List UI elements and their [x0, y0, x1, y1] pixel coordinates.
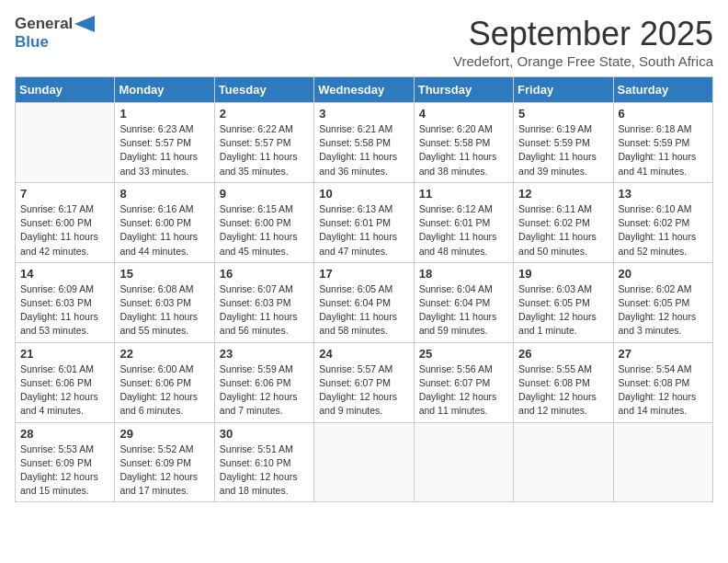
day-of-week-header: Saturday	[613, 77, 712, 103]
day-info: Sunrise: 5:51 AM Sunset: 6:10 PM Dayligh…	[220, 442, 309, 499]
day-number: 6	[619, 107, 708, 121]
calendar-cell: 29Sunrise: 5:52 AM Sunset: 6:09 PM Dayli…	[115, 422, 214, 502]
day-info: Sunrise: 6:05 AM Sunset: 6:04 PM Dayligh…	[319, 282, 408, 339]
day-info: Sunrise: 5:54 AM Sunset: 6:08 PM Dayligh…	[619, 362, 708, 419]
calendar-cell	[314, 422, 414, 502]
day-info: Sunrise: 5:59 AM Sunset: 6:06 PM Dayligh…	[220, 362, 309, 419]
calendar-header-row: SundayMondayTuesdayWednesdayThursdayFrid…	[16, 77, 713, 103]
day-number: 1	[119, 107, 209, 121]
title-block: September 2025 Vredefort, Orange Free St…	[453, 15, 713, 69]
calendar-cell	[514, 422, 613, 502]
calendar-cell: 15Sunrise: 6:08 AM Sunset: 6:03 PM Dayli…	[115, 262, 214, 342]
day-info: Sunrise: 5:52 AM Sunset: 6:09 PM Dayligh…	[119, 442, 209, 499]
calendar-week-row: 21Sunrise: 6:01 AM Sunset: 6:06 PM Dayli…	[16, 342, 713, 422]
calendar-cell: 12Sunrise: 6:11 AM Sunset: 6:02 PM Dayli…	[514, 182, 613, 262]
logo-blue-text: Blue	[15, 33, 49, 51]
day-info: Sunrise: 6:18 AM Sunset: 5:59 PM Dayligh…	[619, 122, 708, 178]
calendar-week-row: 1Sunrise: 6:23 AM Sunset: 5:57 PM Daylig…	[16, 103, 713, 183]
day-number: 16	[220, 267, 309, 281]
day-info: Sunrise: 6:07 AM Sunset: 6:03 PM Dayligh…	[220, 282, 309, 339]
calendar-cell	[613, 422, 712, 502]
calendar-cell: 16Sunrise: 6:07 AM Sunset: 6:03 PM Dayli…	[214, 262, 313, 342]
day-of-week-header: Sunday	[16, 77, 115, 103]
calendar-week-row: 7Sunrise: 6:17 AM Sunset: 6:00 PM Daylig…	[16, 182, 713, 262]
day-number: 8	[119, 187, 209, 201]
calendar-cell: 18Sunrise: 6:04 AM Sunset: 6:04 PM Dayli…	[414, 262, 513, 342]
day-info: Sunrise: 6:09 AM Sunset: 6:03 PM Dayligh…	[20, 282, 109, 339]
day-info: Sunrise: 6:17 AM Sunset: 6:00 PM Dayligh…	[20, 202, 109, 259]
day-info: Sunrise: 6:10 AM Sunset: 6:02 PM Dayligh…	[619, 202, 708, 259]
day-number: 7	[20, 187, 109, 201]
day-number: 14	[20, 267, 109, 281]
day-of-week-header: Tuesday	[214, 77, 313, 103]
day-number: 28	[20, 427, 109, 441]
day-info: Sunrise: 6:16 AM Sunset: 6:00 PM Dayligh…	[119, 202, 209, 259]
calendar-table: SundayMondayTuesdayWednesdayThursdayFrid…	[15, 76, 713, 502]
calendar-cell: 14Sunrise: 6:09 AM Sunset: 6:03 PM Dayli…	[16, 262, 115, 342]
calendar-cell: 8Sunrise: 6:16 AM Sunset: 6:00 PM Daylig…	[115, 182, 214, 262]
calendar-cell: 9Sunrise: 6:15 AM Sunset: 6:00 PM Daylig…	[214, 182, 313, 262]
day-number: 22	[119, 347, 209, 361]
day-number: 3	[319, 107, 408, 121]
day-info: Sunrise: 6:02 AM Sunset: 6:05 PM Dayligh…	[619, 282, 708, 339]
calendar-cell: 30Sunrise: 5:51 AM Sunset: 6:10 PM Dayli…	[214, 422, 313, 502]
day-number: 20	[619, 267, 708, 281]
month-title: September 2025	[453, 15, 713, 53]
calendar-cell: 11Sunrise: 6:12 AM Sunset: 6:01 PM Dayli…	[414, 182, 513, 262]
logo: General Blue	[15, 15, 95, 52]
day-number: 27	[619, 347, 708, 361]
day-number: 19	[518, 267, 608, 281]
day-info: Sunrise: 6:23 AM Sunset: 5:57 PM Dayligh…	[119, 122, 209, 178]
day-of-week-header: Friday	[514, 77, 613, 103]
calendar-cell: 27Sunrise: 5:54 AM Sunset: 6:08 PM Dayli…	[613, 342, 712, 422]
day-info: Sunrise: 6:22 AM Sunset: 5:57 PM Dayligh…	[220, 122, 309, 178]
day-number: 23	[220, 347, 309, 361]
calendar-cell	[414, 422, 513, 502]
calendar-cell: 21Sunrise: 6:01 AM Sunset: 6:06 PM Dayli…	[16, 342, 115, 422]
day-number: 18	[419, 267, 508, 281]
calendar-cell: 10Sunrise: 6:13 AM Sunset: 6:01 PM Dayli…	[314, 182, 414, 262]
calendar-cell: 28Sunrise: 5:53 AM Sunset: 6:09 PM Dayli…	[16, 422, 115, 502]
day-info: Sunrise: 6:11 AM Sunset: 6:02 PM Dayligh…	[518, 202, 608, 259]
day-info: Sunrise: 5:55 AM Sunset: 6:08 PM Dayligh…	[518, 362, 608, 419]
calendar-cell: 22Sunrise: 6:00 AM Sunset: 6:06 PM Dayli…	[115, 342, 214, 422]
logo-icon	[74, 16, 95, 32]
day-number: 5	[518, 107, 608, 121]
day-info: Sunrise: 6:04 AM Sunset: 6:04 PM Dayligh…	[419, 282, 508, 339]
calendar-cell: 1Sunrise: 6:23 AM Sunset: 5:57 PM Daylig…	[115, 103, 214, 183]
day-number: 30	[220, 427, 309, 441]
calendar-week-row: 14Sunrise: 6:09 AM Sunset: 6:03 PM Dayli…	[16, 262, 713, 342]
day-info: Sunrise: 5:56 AM Sunset: 6:07 PM Dayligh…	[419, 362, 508, 419]
calendar-cell: 6Sunrise: 6:18 AM Sunset: 5:59 PM Daylig…	[613, 103, 712, 183]
day-info: Sunrise: 5:57 AM Sunset: 6:07 PM Dayligh…	[319, 362, 408, 419]
calendar-cell: 24Sunrise: 5:57 AM Sunset: 6:07 PM Dayli…	[314, 342, 414, 422]
day-number: 4	[419, 107, 508, 121]
day-info: Sunrise: 6:01 AM Sunset: 6:06 PM Dayligh…	[20, 362, 109, 419]
calendar-cell: 23Sunrise: 5:59 AM Sunset: 6:06 PM Dayli…	[214, 342, 313, 422]
day-of-week-header: Wednesday	[314, 77, 414, 103]
day-of-week-header: Monday	[115, 77, 214, 103]
day-info: Sunrise: 6:12 AM Sunset: 6:01 PM Dayligh…	[419, 202, 508, 259]
calendar-cell: 7Sunrise: 6:17 AM Sunset: 6:00 PM Daylig…	[16, 182, 115, 262]
day-number: 25	[419, 347, 508, 361]
day-info: Sunrise: 6:03 AM Sunset: 6:05 PM Dayligh…	[518, 282, 608, 339]
day-info: Sunrise: 6:13 AM Sunset: 6:01 PM Dayligh…	[319, 202, 408, 259]
logo-general-text: General	[15, 15, 73, 33]
calendar-cell: 25Sunrise: 5:56 AM Sunset: 6:07 PM Dayli…	[414, 342, 513, 422]
calendar-cell: 13Sunrise: 6:10 AM Sunset: 6:02 PM Dayli…	[613, 182, 712, 262]
day-info: Sunrise: 6:15 AM Sunset: 6:00 PM Dayligh…	[220, 202, 309, 259]
calendar-cell	[16, 103, 115, 183]
calendar-cell: 5Sunrise: 6:19 AM Sunset: 5:59 PM Daylig…	[514, 103, 613, 183]
day-number: 2	[220, 107, 309, 121]
day-number: 15	[119, 267, 209, 281]
calendar-cell: 26Sunrise: 5:55 AM Sunset: 6:08 PM Dayli…	[514, 342, 613, 422]
day-of-week-header: Thursday	[414, 77, 513, 103]
day-info: Sunrise: 6:21 AM Sunset: 5:58 PM Dayligh…	[319, 122, 408, 178]
calendar-cell: 19Sunrise: 6:03 AM Sunset: 6:05 PM Dayli…	[514, 262, 613, 342]
calendar-week-row: 28Sunrise: 5:53 AM Sunset: 6:09 PM Dayli…	[16, 422, 713, 502]
day-number: 21	[20, 347, 109, 361]
day-number: 13	[619, 187, 708, 201]
day-info: Sunrise: 5:53 AM Sunset: 6:09 PM Dayligh…	[20, 442, 109, 499]
page-header: General Blue September 2025 Vredefort, O…	[15, 15, 713, 69]
day-info: Sunrise: 6:19 AM Sunset: 5:59 PM Dayligh…	[518, 122, 608, 178]
